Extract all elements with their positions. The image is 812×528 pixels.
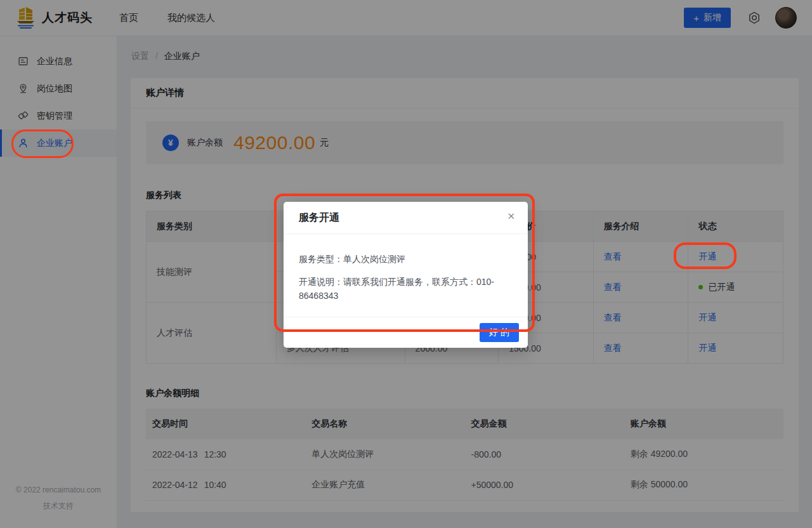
modal-title: 服务开通 <box>299 212 339 223</box>
service-activation-modal: 服务开通 ✕ 服务类型：单人次岗位测评 开通说明：请联系我们开通服务，联系方式：… <box>284 202 528 348</box>
close-icon[interactable]: ✕ <box>507 211 515 221</box>
modal-activation-note-line: 开通说明：请联系我们开通服务，联系方式：010-86468343 <box>299 275 513 303</box>
modal-service-type-line: 服务类型：单人次岗位测评 <box>299 252 513 266</box>
ok-button[interactable]: 好 的 <box>480 323 519 342</box>
